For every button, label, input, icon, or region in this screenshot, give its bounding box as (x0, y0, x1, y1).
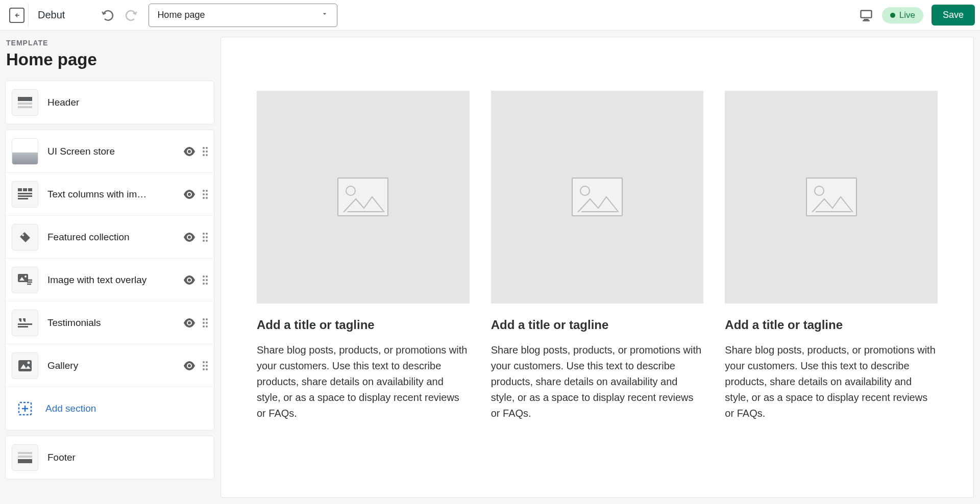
column-title: Add a title or tagline (725, 318, 938, 332)
section-actions (183, 318, 208, 327)
footer-section-icon (12, 444, 38, 471)
section-label: Footer (47, 452, 208, 463)
drag-dots-icon (203, 275, 208, 285)
svg-point-24 (206, 197, 208, 199)
image-overlay-icon (12, 267, 38, 293)
svg-point-29 (206, 236, 208, 238)
visibility-toggle[interactable] (183, 318, 195, 327)
desktop-preview-button[interactable] (859, 8, 874, 22)
drag-handle[interactable] (203, 318, 208, 327)
visibility-toggle[interactable] (183, 275, 195, 285)
svg-rect-15 (28, 188, 32, 191)
visibility-toggle[interactable] (183, 147, 195, 156)
section-row-text-columns[interactable]: Text columns with im… (6, 173, 214, 216)
eye-icon (183, 318, 195, 327)
drag-handle[interactable] (203, 275, 208, 285)
section-thumb-icon (12, 138, 38, 165)
preview-frame[interactable]: Add a title or tagline Share blog posts,… (220, 37, 974, 498)
eye-icon (183, 275, 195, 285)
section-label: Testimonials (47, 317, 183, 329)
main-layout: TEMPLATE Home page Header UI Screen stor… (0, 31, 980, 504)
page-select-dropdown[interactable]: Home page (149, 4, 337, 27)
back-button[interactable] (5, 4, 29, 27)
drag-handle[interactable] (203, 147, 208, 156)
section-row-ui-screen-store[interactable]: UI Screen store (6, 130, 214, 173)
visibility-toggle[interactable] (183, 361, 195, 370)
svg-point-27 (206, 233, 208, 235)
drag-dots-icon (203, 147, 208, 156)
section-label: UI Screen store (47, 146, 183, 157)
desktop-icon (859, 9, 873, 22)
svg-rect-18 (18, 198, 28, 199)
svg-rect-62 (18, 459, 32, 463)
section-actions (183, 233, 208, 242)
drag-handle[interactable] (203, 190, 208, 199)
page-title: Home page (5, 50, 214, 69)
add-section-label: Add section (45, 403, 96, 414)
testimonials-icon (12, 310, 38, 336)
section-actions (183, 147, 208, 156)
drag-dots-icon (203, 361, 208, 370)
svg-rect-6 (18, 106, 32, 108)
visibility-toggle[interactable] (183, 190, 195, 199)
placeholder-image (725, 91, 938, 304)
svg-point-40 (206, 283, 208, 285)
featured-collection-icon (12, 224, 38, 250)
theme-name: Debut (38, 9, 65, 21)
svg-point-19 (203, 190, 205, 192)
svg-point-10 (206, 150, 208, 153)
svg-point-20 (206, 190, 208, 192)
undo-button[interactable] (101, 8, 116, 23)
placeholder-image (257, 91, 470, 304)
column-text: Share blog posts, products, or promotion… (725, 342, 938, 421)
svg-point-36 (206, 275, 208, 278)
svg-point-31 (206, 240, 208, 242)
svg-point-46 (206, 322, 208, 324)
eye-icon (183, 361, 195, 370)
svg-rect-3 (863, 20, 870, 21)
svg-rect-1 (861, 11, 871, 17)
text-columns-section: Add a title or tagline Share blog posts,… (257, 91, 938, 421)
section-actions (183, 361, 208, 370)
svg-rect-42 (18, 326, 28, 327)
chevron-down-icon (321, 10, 329, 20)
section-row-gallery[interactable]: Gallery (6, 344, 214, 387)
svg-rect-41 (18, 323, 32, 325)
section-actions (183, 190, 208, 199)
svg-point-47 (203, 325, 205, 327)
preview-column-1: Add a title or tagline Share blog posts,… (257, 91, 470, 421)
undo-icon (101, 8, 115, 22)
svg-point-58 (206, 368, 208, 370)
section-label: Featured collection (47, 232, 183, 243)
drag-dots-icon (203, 318, 208, 327)
add-section-button[interactable]: Add section (6, 387, 214, 430)
svg-rect-16 (18, 193, 32, 194)
svg-point-22 (206, 193, 208, 195)
visibility-toggle[interactable] (183, 233, 195, 242)
section-row-footer[interactable]: Footer (6, 436, 214, 479)
svg-point-52 (28, 361, 30, 364)
redo-button[interactable] (123, 8, 138, 23)
live-status-badge: Live (882, 7, 923, 23)
eye-icon (183, 147, 195, 156)
section-row-testimonials[interactable]: Testimonials (6, 301, 214, 344)
section-row-header[interactable]: Header (6, 81, 214, 124)
drag-handle[interactable] (203, 361, 208, 370)
drag-handle[interactable] (203, 233, 208, 242)
section-row-image-text-overlay[interactable]: Image with text overlay (6, 259, 214, 301)
svg-rect-5 (18, 103, 32, 105)
undo-redo-group (101, 8, 138, 23)
section-label: Gallery (47, 360, 183, 371)
svg-rect-13 (18, 188, 22, 191)
section-row-featured-collection[interactable]: Featured collection (6, 216, 214, 259)
drag-dots-icon (203, 190, 208, 199)
section-card-body: UI Screen store Text columns with im… (5, 130, 214, 431)
svg-point-30 (203, 240, 205, 242)
svg-rect-49 (18, 360, 32, 371)
preview-area: Add a title or tagline Share blog posts,… (219, 31, 980, 504)
save-button[interactable]: Save (932, 5, 975, 26)
svg-point-55 (203, 365, 205, 367)
svg-rect-14 (23, 188, 27, 191)
svg-point-44 (206, 318, 208, 320)
svg-rect-60 (18, 452, 32, 454)
